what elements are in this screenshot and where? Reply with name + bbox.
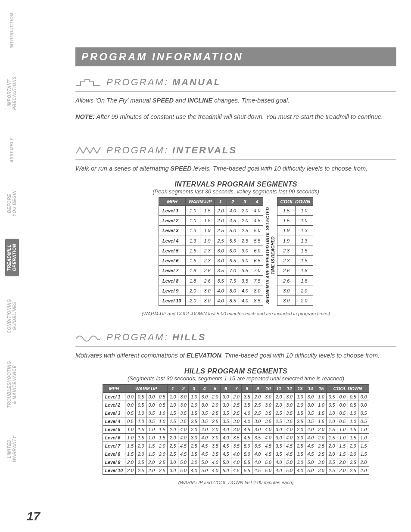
cell: 2.0 — [337, 467, 348, 475]
cell: 0.0 — [125, 393, 136, 401]
cell: 0.5 — [157, 393, 168, 401]
cell: 1.5 — [157, 434, 168, 442]
cell: 2.0 — [157, 450, 168, 458]
table-row: Level 81.82.63.57.53.57.52.61.8 — [159, 276, 313, 286]
cell: 3.5 — [274, 442, 284, 450]
cell: 4.0 — [227, 205, 239, 215]
cell: 1.0 — [358, 426, 369, 434]
cell: 1.9 — [200, 236, 214, 246]
cell: 3.5 — [189, 450, 199, 458]
cell: 2.0 — [358, 467, 369, 475]
program-intervals-header: PROGRAM: INTERVALS — [75, 142, 396, 160]
cell: 0.5 — [337, 417, 348, 426]
col-seg: 10 — [263, 385, 274, 393]
cell: 3.0 — [168, 467, 178, 475]
sidebar-tab[interactable]: TROUBLESHOOTING & MAINTENANCE — [5, 356, 19, 413]
cell: 1.0 — [125, 434, 136, 442]
cell: 1.0 — [316, 401, 327, 409]
sidebar-tab[interactable]: TREADMILL OPERATION — [5, 239, 19, 276]
cell: 3.0 — [215, 255, 227, 265]
cell: 1.0 — [146, 426, 157, 434]
sidebar-tab[interactable]: LIMITED WARRANTY — [5, 430, 19, 467]
cell: 1.0 — [316, 393, 327, 401]
cell: 4.0 — [178, 426, 189, 434]
cell: 0.5 — [146, 417, 157, 426]
cell: 1.5 — [277, 216, 295, 226]
program-hills-title: PROGRAM: HILLS — [106, 332, 206, 343]
cell: 1.0 — [168, 401, 178, 409]
cell: 3.5 — [263, 417, 274, 426]
cell: 0.5 — [327, 393, 337, 401]
cell: 3.0 — [305, 393, 316, 401]
sidebar-tab[interactable]: ASSEMBLY — [8, 132, 16, 168]
cell: 4.0 — [199, 426, 210, 434]
hills-table-sub: (Segments last 30 seconds, segments 1-15… — [75, 375, 396, 382]
cell: 1.5 — [168, 409, 178, 417]
row-label: Level 5 — [159, 246, 186, 255]
cell: 2.0 — [210, 393, 221, 401]
cell: 0.5 — [327, 401, 337, 409]
cell: 4.0 — [189, 467, 199, 475]
table-row: Level 51.01.51.01.52.04.02.04.03.04.03.0… — [103, 426, 369, 434]
cell: 1.9 — [277, 236, 295, 246]
cell: 2.0 — [215, 205, 227, 215]
cell: 3.0 — [221, 401, 231, 409]
cell: 2.0 — [274, 393, 284, 401]
cell: 1.8 — [186, 276, 200, 286]
note-label: NOTE: — [75, 113, 95, 120]
row-label: Level 9 — [103, 458, 125, 467]
table-row: Level 41.31.92.55.52.55.51.91.3 — [159, 236, 313, 246]
cell: 4.0 — [199, 434, 210, 442]
cell: 3.5 — [305, 417, 316, 426]
cell: 5.0 — [251, 226, 263, 236]
cell: 3.5 — [242, 401, 252, 409]
cell: 5.0 — [178, 458, 189, 467]
col-cooldown: COOL DOWN — [277, 197, 313, 205]
incline-label: INCLINE — [187, 97, 212, 104]
cell: 1.0 — [337, 426, 348, 434]
cell: 3.0 — [239, 246, 251, 255]
cell: 3.0 — [252, 417, 263, 426]
cell: 3.5 — [284, 417, 295, 426]
cell: 1.5 — [327, 426, 337, 434]
cell: 5.5 — [227, 236, 239, 246]
cell: 3.0 — [200, 296, 214, 305]
sidebar-tab[interactable]: CONDITIONING GUIDELINES — [5, 294, 19, 339]
cell: 2.0 — [252, 393, 263, 401]
cell: 1.0 — [168, 393, 178, 401]
sidebar-tab[interactable]: BEFORE YOU BEGIN — [5, 185, 19, 222]
intervals-table-title: INTERVALS PROGRAM SEGMENTS — [75, 180, 396, 188]
cell: 1.5 — [125, 450, 136, 458]
cell: 3.0 — [189, 434, 199, 442]
cell: 4.0 — [274, 467, 284, 475]
row-label: Level 1 — [159, 205, 186, 215]
sidebar-tab[interactable]: INTRODUCTION — [8, 8, 16, 54]
cell: 5.0 — [284, 467, 295, 475]
col-seg: 14 — [305, 385, 316, 393]
speed-label: SPEED — [171, 165, 192, 172]
cell: 4.0 — [305, 434, 316, 442]
cell: 2.5 — [316, 450, 327, 458]
intervals-table-sub: (Peak segments last 30 seconds, valley s… — [75, 188, 396, 195]
cell: 1.5 — [295, 246, 313, 255]
cell: 1.0 — [136, 417, 146, 426]
sidebar-tab[interactable]: IMPORTANT PRECAUTIONS — [5, 71, 19, 115]
text: Motivates with different combinations of — [75, 352, 187, 359]
cell: 4.0 — [284, 426, 295, 434]
cell: 4.5 — [199, 442, 210, 450]
cell: 3.5 — [252, 434, 263, 442]
cell: 1.5 — [358, 442, 369, 450]
cell: 2.5 — [327, 458, 337, 467]
col-seg: 3 — [239, 197, 251, 205]
cell: 6.0 — [227, 246, 239, 255]
row-label: Level 7 — [103, 442, 125, 450]
col-warmup: WARM UP — [125, 385, 167, 393]
cell: 3.5 — [231, 434, 242, 442]
row-label: Level 8 — [103, 450, 125, 458]
cell: 3.5 — [215, 276, 227, 286]
col-seg: 7 — [231, 385, 242, 393]
cell: 4.0 — [242, 409, 252, 417]
cell: 3.0 — [284, 401, 295, 409]
cell: 3.0 — [277, 286, 295, 296]
cell: 0.0 — [146, 393, 157, 401]
